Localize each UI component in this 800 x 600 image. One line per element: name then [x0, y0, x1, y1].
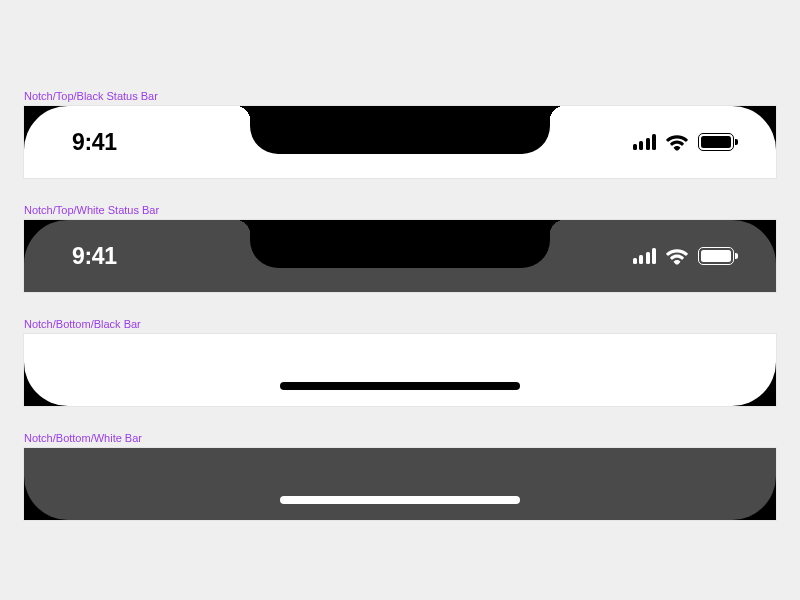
status-time: 9:41: [72, 129, 117, 156]
status-icons: [633, 133, 735, 151]
status-bar-content: 9:41: [24, 106, 776, 178]
status-bar-content: 9:41: [24, 220, 776, 292]
wifi-icon: [665, 133, 689, 151]
status-time: 9:41: [72, 243, 117, 270]
status-icons: [633, 247, 735, 265]
device-frame-top: 9:41: [24, 220, 776, 292]
home-indicator[interactable]: [280, 496, 520, 504]
home-indicator[interactable]: [280, 382, 520, 390]
bottom-bar-surface: [24, 448, 776, 520]
component-label: Notch/Bottom/White Bar: [24, 432, 776, 444]
cellular-icon: [633, 248, 657, 264]
component-notch-bottom-black: Notch/Bottom/Black Bar: [24, 318, 776, 406]
battery-icon: [698, 247, 734, 265]
device-frame-bottom: [24, 334, 776, 406]
cellular-icon: [633, 134, 657, 150]
wifi-icon: [665, 247, 689, 265]
component-label: Notch/Top/Black Status Bar: [24, 90, 776, 102]
component-notch-bottom-white: Notch/Bottom/White Bar: [24, 432, 776, 520]
device-frame-top: 9:41: [24, 106, 776, 178]
bottom-bar-surface: [24, 334, 776, 406]
component-notch-top-black: Notch/Top/Black Status Bar 9:41: [24, 90, 776, 178]
component-label: Notch/Top/White Status Bar: [24, 204, 776, 216]
device-frame-bottom: [24, 448, 776, 520]
battery-icon: [698, 133, 734, 151]
component-notch-top-white: Notch/Top/White Status Bar 9:41: [24, 204, 776, 292]
component-label: Notch/Bottom/Black Bar: [24, 318, 776, 330]
